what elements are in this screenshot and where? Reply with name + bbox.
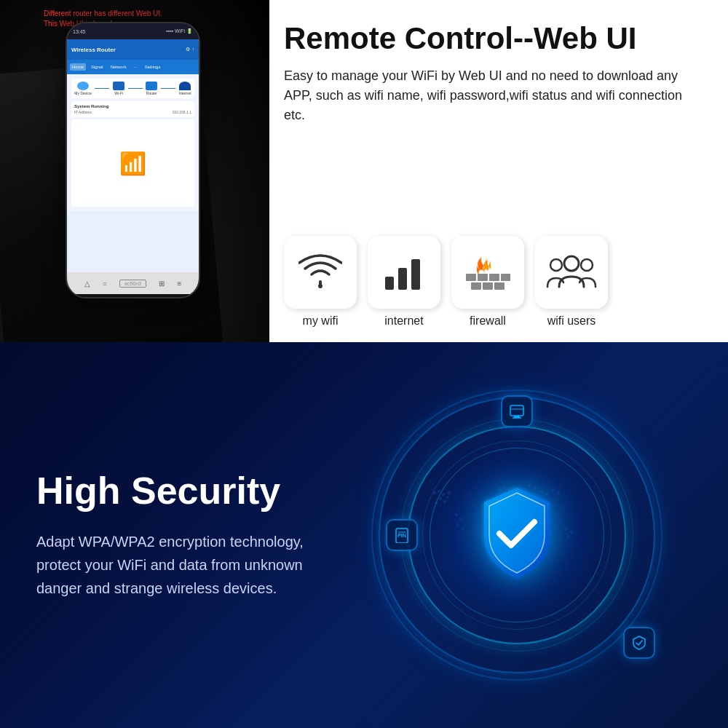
internet-label: internet — [384, 314, 423, 328]
svg-point-0 — [318, 284, 323, 288]
internet-bars-icon — [382, 250, 426, 294]
svg-rect-1 — [385, 277, 394, 290]
firewall-label: firewall — [470, 314, 506, 328]
top-section: Different router has different Web UI. T… — [0, 0, 728, 342]
phone-app-icons: ⚙ ↑ — [186, 47, 195, 52]
svg-rect-2 — [398, 268, 407, 290]
svg-rect-7 — [501, 274, 510, 281]
wifi-icon-box — [284, 236, 357, 309]
feature-firewall: firewall — [451, 236, 524, 328]
svg-text:PIN: PIN — [397, 533, 406, 538]
svg-rect-4 — [466, 274, 476, 281]
svg-rect-9 — [483, 282, 493, 290]
right-content: Remote Control--Web UI Easy to manage yo… — [269, 0, 728, 342]
feature-my-wifi: my wifi — [284, 236, 357, 328]
phone-nav: Home Signal Network ··· Settings — [67, 60, 199, 74]
phone-area: Different router has different Web UI. T… — [0, 0, 269, 342]
users-icon — [546, 250, 597, 294]
svg-rect-8 — [471, 282, 481, 290]
server-float-icon — [501, 395, 533, 427]
description-text: Easy to manage your WiFi by Web UI and n… — [284, 66, 706, 125]
phone-info-box: System Running IP Address 192.168.1.1 — [71, 101, 194, 117]
security-shield-icon — [473, 484, 561, 586]
svg-point-11 — [564, 256, 579, 271]
firewall-icon — [464, 250, 512, 294]
wifi-users-label: wifi users — [547, 314, 596, 328]
phone-status-bar: 13:45 ▪▪▪▪ WiFi 🔋 — [67, 23, 199, 39]
feature-wifi-users: wifi users — [535, 236, 608, 328]
phone-app-header: Wireless Router ⚙ ↑ — [67, 39, 199, 60]
svg-rect-10 — [494, 282, 505, 290]
phone-mockup: 13:45 ▪▪▪▪ WiFi 🔋 Wireless Router ⚙ ↑ Ho… — [66, 22, 200, 298]
svg-rect-6 — [489, 274, 499, 281]
phone-main-display: 📶 — [71, 119, 194, 207]
svg-point-12 — [550, 259, 562, 271]
phone-content: My Device Wi-Fi Router — [67, 74, 199, 211]
my-wifi-label: my wifi — [303, 314, 339, 328]
firewall-icon-box — [451, 236, 524, 309]
shield-float-icon — [623, 627, 655, 659]
wifi-signal-icon — [298, 254, 342, 290]
phone-network-diagram: My Device Wi-Fi Router — [71, 79, 194, 98]
shield-center — [470, 480, 564, 590]
internet-icon-box — [368, 236, 440, 309]
bottom-section: High Security Adapt WPA/WPA2 encryption … — [0, 342, 728, 728]
svg-rect-5 — [478, 274, 488, 281]
security-description: Adapt WPA/WPA2 encryption technology, pr… — [36, 530, 313, 600]
phone-bottom-bar: △ ○ ac50n3 ⊞ ≡ — [67, 272, 199, 294]
feature-internet: internet — [368, 236, 440, 328]
svg-rect-3 — [411, 259, 420, 290]
svg-rect-47 — [510, 405, 523, 416]
security-title: High Security — [36, 470, 313, 512]
svg-point-13 — [581, 259, 593, 271]
pin-float-icon: PIN — [386, 519, 418, 551]
wifi-users-icon-box — [535, 236, 608, 309]
globe-container: PIN — [364, 382, 670, 688]
security-content: High Security Adapt WPA/WPA2 encryption … — [0, 427, 349, 644]
phone-screen: Wireless Router ⚙ ↑ Home Signal Network … — [67, 39, 199, 272]
features-row: my wifi internet — [284, 236, 706, 328]
main-title: Remote Control--Web UI — [284, 22, 706, 55]
